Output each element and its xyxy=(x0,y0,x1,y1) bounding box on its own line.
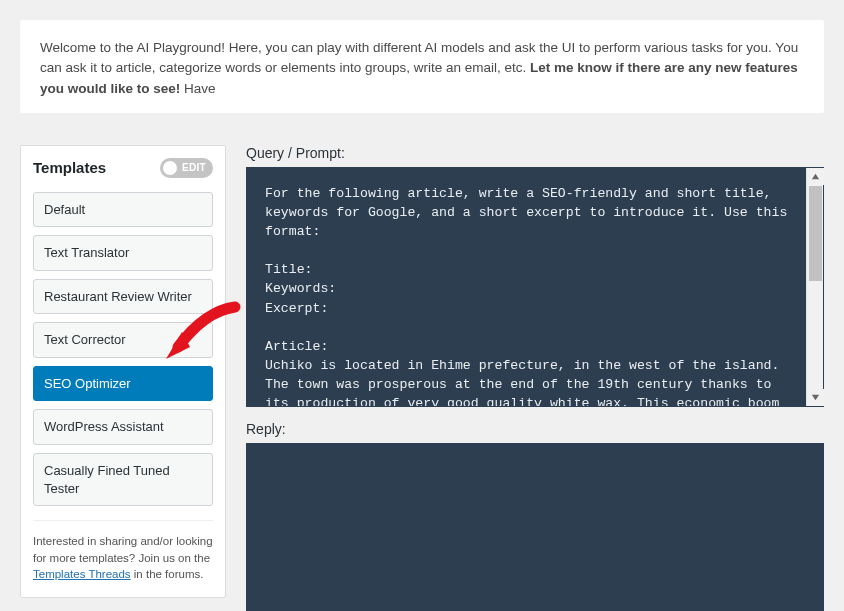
templates-title: Templates xyxy=(33,159,106,176)
template-item-text-translator[interactable]: Text Translator xyxy=(33,235,213,271)
query-scrollbar[interactable] xyxy=(806,168,823,406)
edit-toggle-label: EDIT xyxy=(182,162,206,173)
templates-threads-link[interactable]: Templates Threads xyxy=(33,568,131,580)
footer-after: in the forums. xyxy=(131,568,204,580)
query-text-content: For the following article, write a SEO-f… xyxy=(247,168,806,406)
template-item-text-corrector[interactable]: Text Corrector xyxy=(33,322,213,358)
query-label: Query / Prompt: xyxy=(246,145,824,161)
templates-card: Templates EDIT DefaultText TranslatorRes… xyxy=(20,145,226,598)
template-item-casually-fined-tuned-tester[interactable]: Casually Fined Tuned Tester xyxy=(33,453,213,506)
edit-toggle[interactable]: EDIT xyxy=(160,158,213,178)
reply-label: Reply: xyxy=(246,421,824,437)
template-item-seo-optimizer[interactable]: SEO Optimizer xyxy=(33,366,213,402)
template-item-wordpress-assistant[interactable]: WordPress Assistant xyxy=(33,409,213,445)
toggle-knob xyxy=(163,161,177,175)
chevron-up-icon xyxy=(811,172,820,181)
sidebar: Templates EDIT DefaultText TranslatorRes… xyxy=(20,145,226,611)
template-item-default[interactable]: Default xyxy=(33,192,213,228)
scroll-thumb[interactable] xyxy=(809,186,822,281)
footer-before: Interested in sharing and/or looking for… xyxy=(33,535,213,564)
chevron-down-icon xyxy=(811,393,820,402)
scroll-down-button[interactable] xyxy=(807,389,824,406)
reply-textarea[interactable] xyxy=(246,443,824,611)
templates-footer: Interested in sharing and/or looking for… xyxy=(33,520,213,583)
template-list: DefaultText TranslatorRestaurant Review … xyxy=(33,192,213,506)
main-panel: Query / Prompt: For the following articl… xyxy=(246,145,824,611)
scroll-up-button[interactable] xyxy=(807,168,824,185)
welcome-banner: Welcome to the AI Playground! Here, you … xyxy=(20,20,824,113)
query-textarea[interactable]: For the following article, write a SEO-f… xyxy=(246,167,824,407)
template-item-restaurant-review-writer[interactable]: Restaurant Review Writer xyxy=(33,279,213,315)
welcome-text-after: Have xyxy=(180,81,215,96)
